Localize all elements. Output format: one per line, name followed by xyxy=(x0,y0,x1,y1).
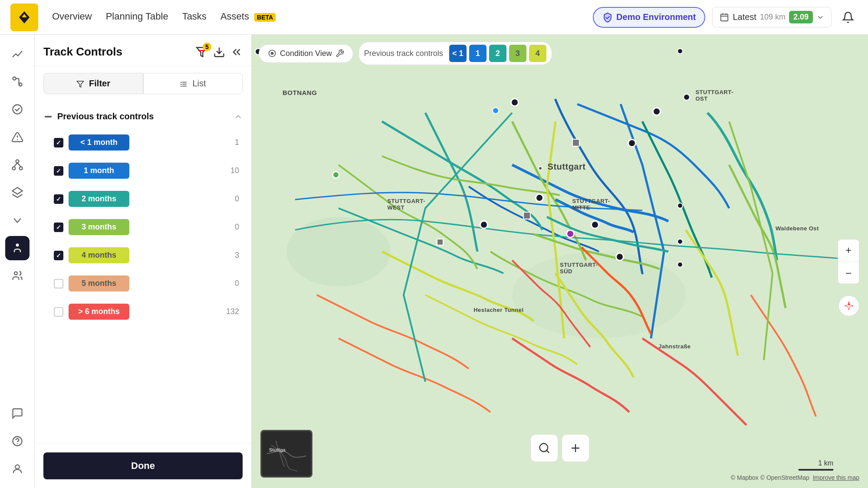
notification-button[interactable] xyxy=(838,8,858,27)
filter-tag-4months[interactable]: 4 months xyxy=(69,247,129,263)
checkbox-1month[interactable] xyxy=(54,166,63,176)
users-icon xyxy=(11,270,23,282)
chart-icon xyxy=(11,48,23,60)
filter-count-2months: 0 xyxy=(235,194,243,203)
track-num-2[interactable]: 2 xyxy=(489,45,506,62)
nav-right: Demo Environment Latest 109 km 2.09 xyxy=(593,7,858,28)
compass-button[interactable] xyxy=(838,295,859,316)
demo-env-button[interactable]: Demo Environment xyxy=(593,7,705,28)
demo-env-label: Demo Environment xyxy=(616,12,696,22)
prev-track-label: Previous track controls xyxy=(364,49,443,58)
sidebar-item-help[interactable] xyxy=(5,429,30,453)
panel-actions: 5 xyxy=(196,46,243,58)
checkbox-6months[interactable] xyxy=(54,307,63,317)
map-area[interactable]: BOTNANG Stuttgart STUTTGART-OST STUTTGAR… xyxy=(252,35,868,488)
mini-map[interactable]: Stuttga xyxy=(260,430,312,478)
person-route-icon xyxy=(11,242,23,254)
map-top-bar: Condition View Previous track controls <… xyxy=(259,42,861,65)
filter-group-header[interactable]: Previous track controls xyxy=(43,105,243,128)
condition-view-button[interactable]: Condition View xyxy=(259,44,353,63)
tab-filter[interactable]: Filter xyxy=(43,73,143,94)
sidebar-item-active[interactable] xyxy=(5,236,30,260)
sidebar-item-analytics[interactable] xyxy=(5,42,30,66)
top-navigation: Overview Planning Table Tasks Assets BET… xyxy=(0,0,868,35)
prev-track-bar: Previous track controls < 1 1 2 3 4 xyxy=(358,42,552,65)
shield-icon xyxy=(602,12,613,23)
map-marker-4 xyxy=(535,193,544,202)
svg-rect-41 xyxy=(263,432,310,475)
map-marker-green xyxy=(332,171,340,179)
user-icon xyxy=(11,463,23,475)
compass-wrapper xyxy=(838,292,859,316)
map-marker-right2 xyxy=(677,239,683,245)
sidebar-item-layers[interactable] xyxy=(5,180,30,205)
track-num-4[interactable]: 4 xyxy=(529,45,546,62)
panel-header: Track Controls 5 xyxy=(35,35,251,66)
sidebar-item-tasks[interactable] xyxy=(5,97,30,121)
filter-tag-1month[interactable]: 1 month xyxy=(69,163,129,179)
filter-tag-2months[interactable]: 2 months xyxy=(69,191,129,207)
filter-count-6months: 132 xyxy=(226,307,243,316)
tab-list[interactable]: List xyxy=(143,73,243,94)
track-num-1[interactable]: 1 xyxy=(469,45,487,62)
compass-icon xyxy=(844,301,854,311)
map-search-button[interactable] xyxy=(530,434,558,462)
track-num-lt1[interactable]: < 1 xyxy=(449,45,467,62)
nav-assets[interactable]: Assets BETA xyxy=(220,7,276,27)
mini-map-inner: Stuttga xyxy=(261,431,312,477)
latest-button[interactable]: Latest 109 km 2.09 xyxy=(712,7,832,27)
filter-count-5months: 0 xyxy=(235,279,243,288)
sidebar-item-more1[interactable] xyxy=(5,208,30,233)
zoom-in-button[interactable]: + xyxy=(838,239,859,260)
sidebar-item-alert[interactable] xyxy=(5,125,30,149)
nav-overview[interactable]: Overview xyxy=(52,7,92,27)
svg-point-8 xyxy=(16,139,17,140)
filter-tag-lt1month[interactable]: < 1 month xyxy=(69,134,129,151)
improve-map-link[interactable]: Improve this map xyxy=(813,474,859,481)
zoom-out-button[interactable]: − xyxy=(838,262,859,283)
map-zoom-controls: + − xyxy=(838,239,859,284)
sidebar-item-group[interactable] xyxy=(5,264,30,288)
panel-tabs: Filter List xyxy=(35,66,251,101)
filter-tag-6months[interactable]: > 6 months xyxy=(69,304,129,320)
route-icon xyxy=(11,75,23,88)
bell-icon xyxy=(842,11,854,23)
filter-item-2months: 2 months 0 xyxy=(43,185,243,213)
map-scale: 1 km xyxy=(799,459,833,471)
checkbox-2months[interactable] xyxy=(54,194,63,204)
download-icon[interactable] xyxy=(213,46,225,58)
track-controls-panel: Track Controls 5 xyxy=(35,35,252,488)
scale-bar xyxy=(799,469,833,471)
checkbox-5months[interactable] xyxy=(54,279,63,288)
filter-item-lt1month: < 1 month 1 xyxy=(43,128,243,157)
sidebar-item-chat[interactable] xyxy=(5,401,30,426)
map-search-bar xyxy=(530,434,589,462)
svg-point-6 xyxy=(13,105,22,114)
nav-tasks[interactable]: Tasks xyxy=(182,7,207,27)
transit-marker-3 xyxy=(437,239,444,246)
map-background: BOTNANG Stuttgart STUTTGART-OST STUTTGAR… xyxy=(252,35,868,488)
checkbox-4months[interactable] xyxy=(54,251,63,260)
mapbox-attribution: © Mapbox © OpenStreetMap Improve this ma… xyxy=(731,474,859,481)
svg-point-9 xyxy=(16,160,19,163)
nav-planning-table[interactable]: Planning Table xyxy=(106,7,168,27)
done-button[interactable]: Done xyxy=(43,452,243,479)
list-tab-icon xyxy=(180,80,187,88)
calendar-icon xyxy=(720,13,729,22)
svg-point-11 xyxy=(19,167,22,170)
filter-tag-3months[interactable]: 3 months xyxy=(69,219,129,235)
checkbox-lt1month[interactable] xyxy=(54,138,63,147)
map-add-button[interactable] xyxy=(562,434,589,462)
svg-point-19 xyxy=(15,465,19,469)
help-icon xyxy=(11,435,23,447)
condition-view-label: Condition View xyxy=(280,49,332,58)
filter-tag-5months[interactable]: 5 months xyxy=(69,275,129,291)
copyright-text: © Mapbox © OpenStreetMap xyxy=(731,474,809,481)
sidebar-item-network[interactable] xyxy=(5,153,30,177)
track-num-3[interactable]: 3 xyxy=(509,45,526,62)
app-logo[interactable] xyxy=(10,3,38,31)
collapse-panel-icon[interactable] xyxy=(230,46,243,58)
sidebar-item-routes[interactable] xyxy=(5,69,30,94)
sidebar-item-profile[interactable] xyxy=(5,457,30,481)
checkbox-3months[interactable] xyxy=(54,223,63,232)
